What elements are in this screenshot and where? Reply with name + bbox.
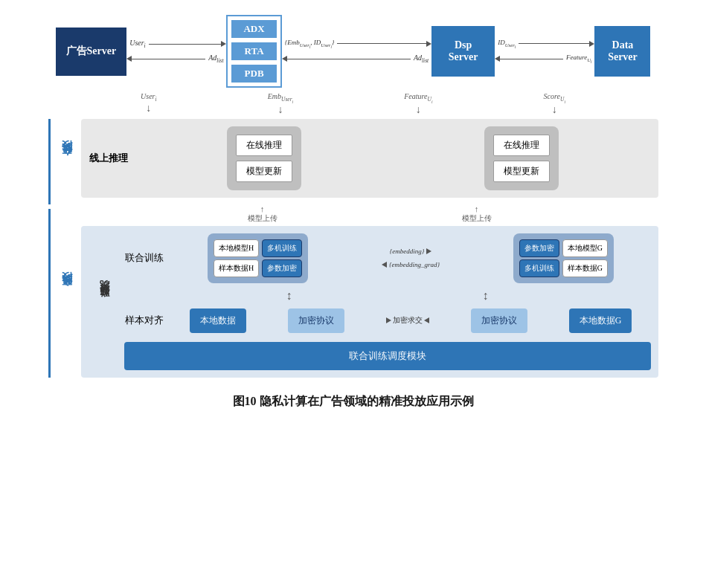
left-model-update-text: 模型更新	[246, 166, 282, 176]
arrow-head-l3	[495, 56, 500, 62]
mid-arrows: {EmbUseri, IDUseri} Adlist	[282, 39, 432, 64]
right-online-inference-box: 在线推理	[493, 135, 550, 156]
arrow-head-r2	[426, 41, 431, 47]
emb-back-row: {embedding_grad}	[382, 261, 440, 268]
feature-down-arrow: FeatureUi ↓	[404, 92, 432, 116]
inference-boxes-row: 在线推理 模型更新 在线推理 模型更新	[135, 126, 651, 190]
emb-fwd-row: {embedding}	[390, 248, 432, 255]
right-online-inference-text: 在线推理	[504, 140, 539, 150]
param-encrypt-h-box: 参数加密	[262, 259, 302, 277]
federated-label-col: 联邦学习系统	[89, 233, 120, 370]
emb-arrow-row: {EmbUseri, IDUseri}	[282, 39, 432, 49]
crypto-protocol-left-box: 加密协议	[288, 308, 344, 333]
arrow-line5	[519, 43, 589, 44]
right-arrows: IDUseri FeatureUi	[495, 39, 594, 64]
joint-training-label: 联合训练	[124, 251, 165, 265]
crypto-arrow-l	[424, 317, 429, 323]
down-arrow-right: ↕	[483, 289, 489, 303]
sample-data-h-box: 样本数据H	[214, 259, 259, 277]
local-data-right-box: 本地数据G	[569, 308, 632, 333]
left-online-inference-box: 在线推理	[236, 135, 292, 156]
feature-arrow-row: FeatureUi	[495, 54, 594, 64]
arrow-line	[149, 44, 222, 45]
sample-align-label: 样本对齐	[124, 314, 165, 327]
joint-training-row: 联合训练 本地模型H 样本数据H 多机训练	[124, 233, 651, 283]
adlist2-label: Adlist	[414, 54, 429, 64]
id-user-label: IDUseri	[498, 39, 516, 49]
emb-down-label: EmbUseri	[268, 92, 294, 104]
offline-content-area: 联合训练 本地模型H 样本数据H 多机训练	[124, 233, 651, 370]
arrow-line3	[337, 43, 426, 44]
left-training-stack: 本地模型H 样本数据H	[214, 239, 259, 277]
emb-arrow-r	[426, 248, 431, 254]
mu-down-left: ↑	[260, 204, 265, 213]
embedding-fwd-label: {embedding}	[390, 248, 425, 255]
multi-train-h-box: 多机训练	[262, 239, 302, 257]
emb-down-arrow: EmbUseri ↓	[268, 92, 294, 116]
multi-train-g-box: 多机训练	[519, 259, 559, 277]
arrow-line4	[287, 59, 411, 59]
offline-phase-label: 高线阶段	[60, 290, 74, 296]
right-training-group: 参数加密 多机训练 本地模型G 样本数据G	[513, 233, 614, 283]
offline-phase-label-box: 高线阶段	[48, 209, 81, 378]
rta-box: RTA	[231, 42, 276, 60]
user-down-arrow: Useri ↓	[141, 92, 157, 116]
body-section: 在线阶段 高线阶段 线上推理 在线推理	[48, 119, 658, 378]
local-model-h-box: 本地模型H	[214, 239, 259, 257]
left-blue-boxes: 多机训练 参数加密	[262, 239, 302, 277]
crypto-protocol-right-box: 加密协议	[471, 308, 527, 333]
left-inference-group: 在线推理 模型更新	[227, 126, 301, 190]
emb-arrow-l	[382, 262, 387, 268]
adx-box: ADX	[231, 20, 276, 38]
left-model-update-box: 模型更新	[236, 161, 292, 182]
sample-align-boxes-row: 本地数据 加密协议 加密求交 加密协议 本地数据G	[171, 308, 651, 333]
training-to-sample-arrows: ↕ ↕	[124, 289, 651, 303]
sample-align-row: 样本对齐 本地数据 加密协议 加密求交 加密协议	[124, 308, 651, 333]
user-label: Useri	[129, 39, 146, 49]
score-down-label: ScoreUi	[544, 92, 565, 104]
down-arrow1: ↓	[146, 103, 151, 114]
local-model-g-box: 本地模型G	[562, 239, 608, 257]
down-arrow-left: ↕	[286, 289, 292, 303]
score-down-arrow: ScoreUi ↓	[544, 92, 565, 116]
online-inference-label: 线上推理	[89, 152, 129, 165]
adx-group: ADX RTA PDB	[226, 15, 281, 88]
adlist-label: Adlist	[208, 54, 223, 64]
right-inference-group: 在线推理 模型更新	[484, 126, 559, 190]
local-data-left-box: 本地数据	[190, 308, 246, 333]
offline-inner: 联邦学习系统 联合训练 本地模型H	[89, 233, 651, 370]
right-blue-boxes: 参数加密 多机训练	[519, 239, 559, 277]
offline-section: 联邦学习系统 联合训练 本地模型H	[81, 226, 658, 378]
full-diagram: 广告Server Useri Adlist ADX RTA PDB {EmbU	[48, 15, 658, 410]
left-arrows: Useri Adlist	[126, 39, 226, 64]
arrow-head-r	[221, 41, 226, 47]
right-model-update-text: 模型更新	[504, 166, 539, 176]
right-model-update-box: 模型更新	[493, 161, 550, 182]
arrow-head-r3	[589, 41, 594, 47]
emb-id-label: {EmbUseri, IDUseri}	[285, 39, 335, 49]
model-upload-arrows: ↑ 模型上传 ↑ 模型上传	[81, 202, 658, 226]
schedule-module: 联合训练调度模块	[124, 342, 651, 370]
online-phase-label-box: 在线阶段	[48, 119, 81, 204]
ad-server-box: 广告Server	[56, 28, 127, 76]
user-arrow-row: Useri	[126, 39, 226, 49]
left-training-group: 本地模型H 样本数据H 多机训练 参数加密	[208, 233, 308, 283]
main-content-col: 线上推理 在线推理 模型更新	[81, 119, 658, 378]
phase-labels: 在线阶段 高线阶段	[48, 119, 81, 378]
online-row: 线上推理 在线推理 模型更新	[89, 126, 651, 190]
param-encrypt-g-box: 参数加密	[519, 239, 559, 257]
right-model-upload: ↑ 模型上传	[462, 204, 492, 224]
data-server-label: DataServer	[608, 39, 638, 63]
arrow-head-l	[126, 56, 132, 62]
feature-label: FeatureUi	[566, 54, 591, 64]
crypto-exchange-label: 加密求交	[393, 315, 423, 326]
adlist2-arrow-row: Adlist	[282, 54, 432, 64]
model-upload-label-left: 模型上传	[248, 213, 277, 224]
mu-down-right: ↑	[475, 204, 479, 213]
id-arrow-row: IDUseri	[495, 39, 594, 49]
ad-server-label: 广告Server	[66, 45, 117, 58]
arrow-line6	[500, 59, 563, 59]
embedding-arrows: {embedding} {embedding_grad}	[382, 233, 440, 283]
embedding-grad-label: {embedding_grad}	[389, 261, 440, 268]
feature-down-label: FeatureUi	[404, 92, 432, 104]
